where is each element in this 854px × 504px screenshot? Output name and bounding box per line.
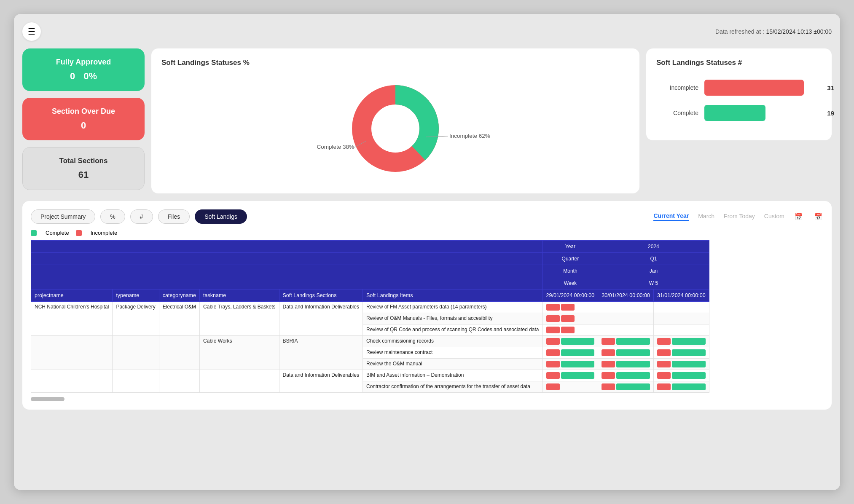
calendar-icon-right[interactable]: 📅 [813, 212, 823, 222]
th-taskname: taskname [200, 290, 279, 302]
cell-typename3 [113, 370, 159, 393]
incomplete-legend-label: Incomplete [91, 230, 118, 236]
legend-row: Complete Incomplete [31, 230, 823, 236]
cell-bar1-d1 [542, 302, 598, 313]
header-year-value: 2024 [598, 241, 709, 253]
header-week-label: Week [542, 277, 598, 290]
cell-typename2 [113, 336, 159, 370]
donut-chart-title: Soft Landings Statuses % [161, 59, 629, 67]
bar-label-complete: Complete [656, 110, 698, 116]
cell-bar6-d3 [653, 359, 709, 370]
top-section: Fully Approved 0 0% Section Over Due 0 T… [22, 48, 832, 193]
tab-files[interactable]: Files [158, 209, 190, 224]
cell-bar6-d2 [598, 359, 654, 370]
stat-cards-column: Fully Approved 0 0% Section Over Due 0 T… [22, 48, 145, 190]
header-empty-spacer3 [31, 265, 543, 277]
th-sl-sections: Soft Landings Sections [279, 290, 363, 302]
cell-item7: BIM and Asset information – Demonstratio… [363, 370, 542, 381]
cell-bar7-d2 [598, 370, 654, 381]
cell-bar3-d1 [542, 324, 598, 336]
refresh-label: Data refreshed at : [715, 28, 764, 35]
cell-projectname: NCH National Children's Hospital [31, 302, 113, 336]
bar-row-incomplete: Incomplete 31 [656, 80, 822, 96]
cell-bar1-d3 [653, 302, 709, 313]
scroll-hint[interactable] [31, 397, 64, 401]
cell-bar6-d1 [542, 359, 598, 370]
filter-icon: ☰ [28, 27, 35, 37]
th-projectname: projectname [31, 290, 113, 302]
data-table: Year 2024 Quarter Q1 Month Jan [31, 240, 823, 393]
header-month-row: Month Jan [31, 265, 709, 277]
bar-row-complete: Complete 19 [656, 105, 822, 121]
cell-taskname2: Cable Works [200, 336, 279, 370]
section-overdue-card: Section Over Due 0 [22, 98, 145, 140]
cell-section: Data and Information Deliverables [279, 302, 363, 336]
table-container[interactable]: Year 2024 Quarter Q1 Month Jan [31, 240, 823, 401]
time-tab-march[interactable]: March [698, 213, 714, 220]
th-typename: typename [113, 290, 159, 302]
cell-bar8-d2 [598, 381, 654, 393]
header-year-row: Year 2024 [31, 241, 709, 253]
cell-item6: Review the O&M manual [363, 359, 542, 370]
total-sections-card: Total Sections 61 [22, 147, 145, 190]
cell-bar2-d1 [542, 313, 598, 324]
tab-project-summary[interactable]: Project Summary [31, 209, 95, 224]
cell-bar2-d2 [598, 313, 654, 324]
time-tabs-group: Current Year March From Today Custom 📅 📅 [653, 212, 823, 222]
app-window: ☰ Data refreshed at : 15/02/2024 10:13 ±… [14, 14, 840, 490]
cell-bar5-d1 [542, 347, 598, 359]
cell-item2: Review of O&M Manuals - Files, formats a… [363, 313, 542, 324]
tab-hash[interactable]: # [130, 209, 153, 224]
th-date2: 30/01/2024 00:00:00 [598, 290, 654, 302]
cell-projectname3 [31, 370, 113, 393]
header-empty-spacer4 [31, 277, 543, 290]
refresh-info: Data refreshed at : 15/02/2024 10:13 ±00… [715, 28, 832, 35]
fully-approved-count: 0 [70, 71, 75, 82]
header-empty-spacer2 [31, 253, 543, 265]
total-sections-title: Total Sections [31, 157, 136, 165]
cell-taskname3 [200, 370, 279, 393]
cell-bar3-d2 [598, 324, 654, 336]
bar-chart-title: Soft Landings Statuses # [656, 59, 822, 67]
header-week-value: W 5 [598, 277, 709, 290]
calendar-icon-left[interactable]: 📅 [794, 212, 804, 222]
cell-projectname2 [31, 336, 113, 370]
fully-approved-pct: 0% [83, 71, 97, 82]
section-overdue-title: Section Over Due [31, 107, 136, 116]
donut-svg: Complete 38% Incomplete 62% [324, 70, 467, 188]
cell-item5: Review maintenance contract [363, 347, 542, 359]
cell-bar2-d3 [653, 313, 709, 324]
filter-button[interactable]: ☰ [22, 22, 41, 41]
complete-legend-dot [31, 230, 37, 236]
header-quarter-value: Q1 [598, 253, 709, 265]
cell-section2: BSRIA [279, 336, 363, 370]
cell-bar8-d3 [653, 381, 709, 393]
cell-categoryname3 [159, 370, 199, 393]
cell-bar4-d2 [598, 336, 654, 347]
time-tab-from-today[interactable]: From Today [724, 213, 755, 220]
tab-row: Project Summary % # Files Soft Landigs C… [31, 209, 823, 224]
header-cols-row: projectname typename categoryname taskna… [31, 290, 709, 302]
top-bar: ☰ Data refreshed at : 15/02/2024 10:13 ±… [22, 22, 832, 41]
th-date1: 29/01/2024 00:00:00 [542, 290, 598, 302]
tab-pct[interactable]: % [100, 209, 125, 224]
donut-chart-panel: Soft Landings Statuses % Complete 38% In… [151, 48, 639, 193]
table-row: NCH National Children's Hospital Package… [31, 302, 709, 313]
fully-approved-values: 0 0% [31, 71, 136, 82]
cell-bar8-d1 [542, 381, 598, 393]
cell-categoryname2 [159, 336, 199, 370]
header-empty-spacer [31, 241, 543, 253]
th-sl-items: Soft Landings Items [363, 290, 542, 302]
time-tab-current-year[interactable]: Current Year [653, 212, 689, 221]
cell-categoryname: Electrical O&M [159, 302, 199, 336]
svg-text:Incomplete 62%: Incomplete 62% [449, 133, 490, 139]
cell-bar7-d3 [653, 370, 709, 381]
cell-typename: Package Delivery [113, 302, 159, 336]
complete-legend-label: Complete [46, 230, 69, 236]
cell-item1: Review of FM Asset parameters data (14 p… [363, 302, 542, 313]
cell-taskname: Cable Trays, Ladders & Baskets [200, 302, 279, 336]
tab-soft-landings[interactable]: Soft Landigs [195, 209, 247, 224]
table-body: NCH National Children's Hospital Package… [31, 302, 709, 393]
total-sections-count: 61 [31, 169, 136, 180]
time-tab-custom[interactable]: Custom [764, 213, 784, 220]
